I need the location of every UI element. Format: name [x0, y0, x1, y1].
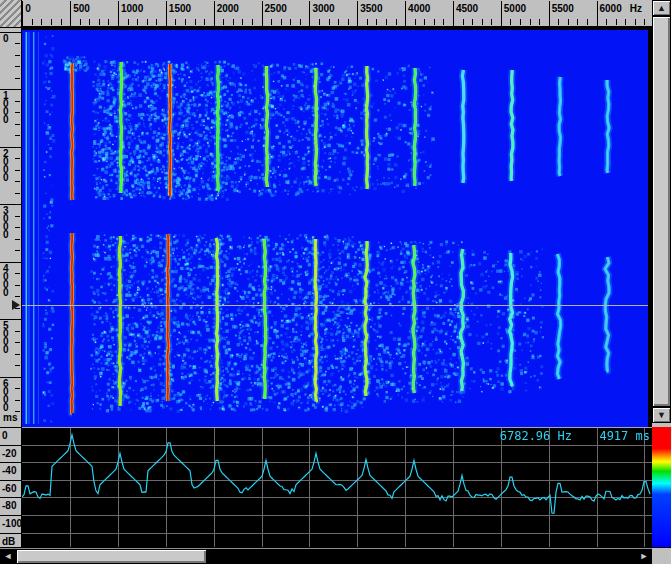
- ruler-minor-tick: [15, 365, 20, 366]
- ruler-minor-tick: [15, 89, 20, 90]
- ruler-minor-tick: [15, 112, 20, 113]
- ruler-minor-tick: [15, 216, 20, 217]
- ruler-minor-tick: [357, 19, 358, 25]
- spectrogram-app-window: Hz 0500100015002000250030003500400045005…: [0, 0, 671, 564]
- ruler-major-label: 5000: [504, 3, 526, 14]
- ruler-minor-tick: [549, 19, 550, 25]
- db-axis-label: -40: [0, 462, 22, 480]
- ruler-minor-tick: [15, 319, 20, 320]
- ruler-minor-tick: [587, 19, 588, 25]
- ruler-minor-tick: [434, 19, 435, 25]
- scroll-right-button[interactable]: ►: [636, 549, 652, 564]
- ruler-minor-tick: [15, 354, 20, 355]
- ruler-minor-tick: [290, 19, 291, 25]
- ruler-minor-tick: [405, 19, 406, 25]
- ruler-minor-tick: [41, 19, 42, 25]
- ruler-minor-tick: [15, 285, 20, 286]
- ruler-minor-tick: [233, 19, 234, 25]
- spectrum-plot[interactable]: 6782.96 Hz 4917 ms: [22, 427, 652, 547]
- ruler-major-label: 0: [3, 35, 9, 43]
- ruler-major-label: 2 0 0 0: [3, 150, 9, 182]
- ruler-minor-tick: [281, 19, 282, 25]
- time-ruler: ms 01 0 0 02 0 0 03 0 0 04 0 0 05 0 0 06…: [0, 28, 22, 427]
- down-arrow-icon: ▼: [657, 411, 666, 420]
- spectrum-canvas[interactable]: [22, 427, 652, 547]
- ruler-minor-tick: [262, 19, 263, 25]
- right-arrow-icon: ►: [640, 552, 649, 561]
- ruler-minor-tick: [348, 19, 349, 25]
- ruler-minor-tick: [15, 78, 20, 79]
- scroll-left-button[interactable]: ◄: [0, 549, 16, 564]
- ruler-minor-tick: [175, 19, 176, 25]
- ruler-major-label: 500: [73, 3, 90, 14]
- ruler-minor-tick: [214, 19, 215, 25]
- ruler-minor-tick: [147, 19, 148, 25]
- db-axis-label: -60: [0, 480, 22, 498]
- ruler-minor-tick: [635, 19, 636, 25]
- ruler-major-label: 2000: [217, 3, 239, 14]
- ruler-minor-tick: [597, 19, 598, 25]
- ruler-minor-tick: [89, 19, 90, 25]
- ruler-minor-tick: [568, 19, 569, 25]
- ruler-minor-tick: [195, 19, 196, 25]
- db-axis-label: -100: [0, 515, 22, 533]
- scroll-down-button[interactable]: ▼: [652, 407, 671, 423]
- ruler-minor-tick: [15, 296, 20, 297]
- ruler-minor-tick: [530, 19, 531, 25]
- ruler-minor-tick: [415, 19, 416, 25]
- ruler-major-label: 1500: [169, 3, 191, 14]
- ruler-major-label: 4 0 0 0: [3, 265, 9, 297]
- ruler-minor-tick: [80, 19, 81, 25]
- ruler-minor-tick: [644, 19, 645, 25]
- ruler-minor-tick: [15, 250, 20, 251]
- ruler-major-label: 3000: [312, 3, 334, 14]
- ruler-major-label: 2500: [265, 3, 287, 14]
- ruler-minor-tick: [15, 32, 20, 33]
- ruler-minor-tick: [242, 19, 243, 25]
- scroll-up-button[interactable]: ▲: [652, 0, 671, 16]
- time-unit-label: ms: [3, 412, 17, 423]
- ruler-minor-tick: [539, 19, 540, 25]
- ruler-minor-tick: [15, 239, 20, 240]
- ruler-major-label: 6000: [600, 3, 622, 14]
- ruler-minor-tick: [15, 400, 20, 401]
- ruler-minor-tick: [32, 19, 33, 25]
- intensity-colorbar: [652, 427, 671, 547]
- ruler-minor-tick: [386, 19, 387, 25]
- vertical-scrollbar[interactable]: ▲ ▼: [652, 0, 671, 427]
- ruler-minor-tick: [15, 308, 20, 309]
- db-axis-label: dB: [0, 533, 22, 547]
- frequency-unit-label: Hz: [630, 3, 642, 14]
- ruler-minor-tick: [15, 227, 20, 228]
- cursor-time-readout: 4917 ms: [599, 429, 650, 443]
- horizontal-scrollbar-thumb[interactable]: [16, 549, 207, 564]
- ruler-minor-tick: [15, 204, 20, 205]
- ruler-minor-tick: [15, 147, 20, 148]
- ruler-major-label: 4500: [456, 3, 478, 14]
- spectrogram-canvas[interactable]: [22, 30, 648, 427]
- db-axis: 0-20-40-60-80-100dB: [0, 427, 22, 547]
- vertical-scrollbar-thumb[interactable]: [652, 16, 671, 407]
- ruler-minor-tick: [166, 19, 167, 25]
- horizontal-scrollbar[interactable]: ◄ ►: [0, 548, 652, 564]
- ruler-minor-tick: [15, 66, 20, 67]
- ruler-minor-tick: [15, 411, 20, 412]
- ruler-minor-tick: [15, 124, 20, 125]
- scrollbar-corner-box: [652, 548, 671, 564]
- ruler-minor-tick: [309, 19, 310, 25]
- ruler-minor-tick: [15, 331, 20, 332]
- ruler-minor-tick: [51, 19, 52, 25]
- ruler-minor-tick: [223, 19, 224, 25]
- ruler-major-label: 5 0 0 0: [3, 322, 9, 354]
- ruler-major-label: 3500: [360, 3, 382, 14]
- ruler-minor-tick: [156, 19, 157, 25]
- ruler-minor-tick: [15, 43, 20, 44]
- spectrogram-display[interactable]: [22, 28, 652, 427]
- frequency-ruler: Hz 0500100015002000250030003500400045005…: [22, 0, 652, 28]
- time-cursor-marker-icon[interactable]: [12, 300, 20, 310]
- ruler-minor-tick: [510, 19, 511, 25]
- ruler-major-label: 5500: [552, 3, 574, 14]
- db-axis-label: -20: [0, 445, 22, 463]
- ruler-major-label: 6 0 0 0: [3, 380, 9, 412]
- ruler-major-label: 0: [25, 3, 31, 14]
